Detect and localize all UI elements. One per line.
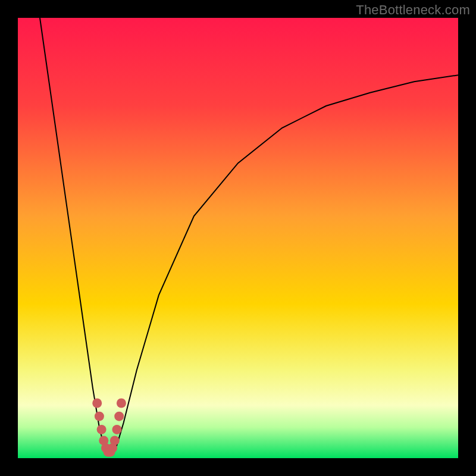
highlight-dot: [117, 399, 126, 408]
gradient-background: [18, 18, 458, 458]
highlight-dot: [114, 412, 124, 421]
bottleneck-curve-chart: [18, 18, 458, 458]
highlight-dot: [112, 425, 122, 434]
chart-frame: TheBottleneck.com: [0, 0, 476, 476]
highlight-dot: [97, 425, 107, 434]
highlight-dot: [92, 399, 102, 408]
plot-area: [18, 18, 458, 458]
watermark-text: TheBottleneck.com: [356, 2, 470, 18]
highlight-dot: [110, 436, 120, 445]
highlight-dot: [95, 412, 104, 421]
